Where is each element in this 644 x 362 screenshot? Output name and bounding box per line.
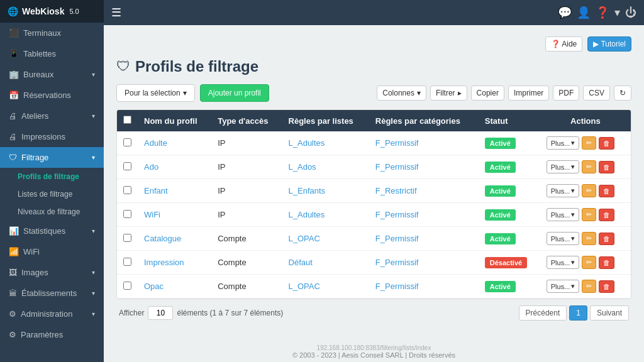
- row-checkbox-3[interactable]: [123, 210, 131, 218]
- pagination-info: Afficher éléments (1 à 7 sur 7 éléments): [119, 306, 283, 320]
- row-regles-listes[interactable]: L_Adultes: [282, 131, 369, 155]
- row-regles-listes[interactable]: L_OPAC: [282, 227, 369, 251]
- copy-button[interactable]: Copier: [471, 85, 504, 101]
- row-regles-categories[interactable]: F_Permissif: [369, 275, 479, 299]
- help-icon[interactable]: ❓: [596, 6, 609, 19]
- logout-icon[interactable]: ⏻: [625, 6, 636, 19]
- user-icon[interactable]: 👤: [577, 6, 591, 19]
- row-regles-categories[interactable]: F_Permissif: [369, 227, 479, 251]
- action-delete-button[interactable]: 🗑: [599, 280, 614, 293]
- print-button[interactable]: Imprimer: [508, 85, 549, 101]
- csv-button[interactable]: CSV: [583, 85, 610, 101]
- add-profil-button[interactable]: Ajouter un profil: [200, 84, 269, 102]
- sidebar-item-tablettes[interactable]: 📱 Tablettes: [0, 43, 104, 64]
- action-edit-button[interactable]: ✏: [582, 280, 596, 293]
- row-regles-listes[interactable]: L_OPAC: [282, 275, 369, 299]
- sidebar-subitem-profils-filtrage[interactable]: Profils de filtrage: [0, 168, 104, 185]
- action-edit-button[interactable]: ✏: [582, 136, 596, 150]
- row-checkbox-4[interactable]: [123, 234, 131, 242]
- row-regles-categories[interactable]: F_Permissif: [369, 155, 479, 179]
- action-delete-button[interactable]: 🗑: [599, 256, 614, 269]
- plus-caret-icon: ▾: [571, 163, 575, 171]
- action-plus-button[interactable]: Plus... ▾: [547, 232, 580, 245]
- row-checkbox-5[interactable]: [123, 258, 131, 266]
- sidebar-item-terminaux[interactable]: ⬛ Terminaux: [0, 23, 104, 43]
- action-plus-button[interactable]: Plus... ▾: [547, 280, 580, 293]
- items-label: éléments (1 à 7 sur 7 éléments): [177, 309, 283, 317]
- col-statut: Statut: [479, 110, 540, 131]
- sidebar-item-images[interactable]: 🖼 Images ▾: [0, 262, 104, 283]
- action-delete-button[interactable]: 🗑: [599, 137, 614, 150]
- status-badge: Activé: [485, 138, 516, 149]
- play-icon: ▶: [593, 40, 599, 48]
- row-nom[interactable]: Impression: [138, 251, 211, 275]
- sidebar-item-parametres[interactable]: ⚙ Paramètres: [0, 324, 104, 345]
- prev-page-button[interactable]: Précédent: [519, 305, 567, 321]
- row-regles-listes[interactable]: L_Ados: [282, 155, 369, 179]
- row-regles-categories[interactable]: F_Permissif: [369, 131, 479, 155]
- sidebar-subitem-niveaux-filtrage[interactable]: Niveaux de filtrage: [0, 203, 104, 221]
- sidebar-item-wifi[interactable]: 📶 WiFi: [0, 241, 104, 262]
- table-header-row: Nom du profil Type d'accès Règles par li…: [117, 110, 631, 131]
- action-edit-button[interactable]: ✏: [582, 232, 596, 245]
- next-page-button[interactable]: Suivant: [590, 305, 629, 321]
- selection-button[interactable]: Pour la sélection ▾: [116, 84, 195, 102]
- main-area: ☰ 💬 👤 ❓ ▾ ⏻ ❓ Aide ▶ Tutoriel 🛡 Profils …: [104, 0, 644, 362]
- row-regles-listes[interactable]: L_Enfants: [282, 179, 369, 203]
- row-checkbox-2[interactable]: [123, 186, 131, 194]
- filter-button[interactable]: Filtrer ▸: [430, 85, 467, 101]
- per-page-input[interactable]: [148, 306, 173, 320]
- row-regles-listes[interactable]: Défaut: [282, 251, 369, 275]
- action-edit-button[interactable]: ✏: [582, 160, 596, 173]
- action-edit-button[interactable]: ✏: [582, 256, 596, 269]
- sidebar-item-etablissements[interactable]: 🏛 Établissements ▾: [0, 283, 104, 304]
- action-plus-button[interactable]: Plus... ▾: [547, 160, 580, 173]
- chat-icon[interactable]: 💬: [558, 6, 572, 19]
- sidebar-item-statistiques[interactable]: 📊 Statistiques ▾: [0, 221, 104, 241]
- action-delete-button[interactable]: 🗑: [599, 161, 614, 173]
- row-nom[interactable]: Catalogue: [138, 227, 211, 251]
- sidebar-item-reservations[interactable]: 📅 Réservations: [0, 85, 104, 106]
- row-regles-categories[interactable]: F_Permissif: [369, 203, 479, 227]
- refresh-icon: ↻: [619, 89, 626, 97]
- row-nom[interactable]: Enfant: [138, 179, 211, 203]
- sidebar-item-bureaux[interactable]: 🏢 Bureaux ▾: [0, 64, 104, 85]
- pdf-button[interactable]: PDF: [553, 85, 579, 101]
- sidebar-subitem-listes-filtrage[interactable]: Listes de filtrage: [0, 185, 104, 203]
- action-plus-button[interactable]: Plus... ▾: [547, 256, 580, 269]
- columns-button[interactable]: Colonnes ▾: [377, 85, 426, 101]
- aide-button[interactable]: ❓ Aide: [545, 36, 583, 52]
- sidebar-item-impressions[interactable]: 🖨 Impressions: [0, 126, 104, 147]
- current-page-button[interactable]: 1: [569, 305, 587, 321]
- action-plus-button[interactable]: Plus... ▾: [547, 184, 580, 197]
- row-regles-categories[interactable]: F_Restrictif: [369, 179, 479, 203]
- row-regles-categories[interactable]: F_Permissif: [369, 251, 479, 275]
- row-checkbox-6[interactable]: [123, 282, 131, 290]
- row-nom[interactable]: Adulte: [138, 131, 211, 155]
- sidebar-item-filtrage[interactable]: 🛡 Filtrage ▾: [0, 147, 104, 168]
- action-edit-button[interactable]: ✏: [582, 184, 596, 197]
- select-all-checkbox[interactable]: [123, 116, 131, 124]
- data-table: Nom du profil Type d'accès Règles par li…: [117, 110, 631, 299]
- action-delete-button[interactable]: 🗑: [599, 185, 614, 197]
- action-edit-button[interactable]: ✏: [582, 208, 596, 221]
- row-nom[interactable]: Opac: [138, 275, 211, 299]
- page-shield-icon: 🛡: [116, 58, 130, 75]
- menu-toggle-icon[interactable]: ☰: [111, 6, 121, 19]
- row-regles-listes[interactable]: L_Adultes: [282, 203, 369, 227]
- row-checkbox-1[interactable]: [123, 162, 131, 170]
- topbar-caret-icon[interactable]: ▾: [614, 6, 620, 19]
- action-delete-button[interactable]: 🗑: [599, 233, 614, 245]
- table-row: Opac Compte L_OPAC F_Permissif Activé Pl…: [117, 275, 631, 299]
- action-plus-button[interactable]: Plus... ▾: [547, 208, 580, 221]
- sidebar-item-ateliers[interactable]: 🖨 Ateliers ▾: [0, 106, 104, 126]
- action-delete-button[interactable]: 🗑: [599, 209, 614, 221]
- refresh-button[interactable]: ↻: [614, 85, 631, 101]
- tutoriel-button[interactable]: ▶ Tutoriel: [587, 36, 631, 52]
- row-nom[interactable]: WiFi: [138, 203, 211, 227]
- page-title-area: 🛡 Profils de filtrage: [116, 58, 631, 75]
- row-checkbox-0[interactable]: [123, 138, 131, 146]
- sidebar-item-administration[interactable]: ⚙ Administration ▾: [0, 304, 104, 324]
- row-nom[interactable]: Ado: [138, 155, 211, 179]
- action-plus-button[interactable]: Plus... ▾: [547, 136, 580, 150]
